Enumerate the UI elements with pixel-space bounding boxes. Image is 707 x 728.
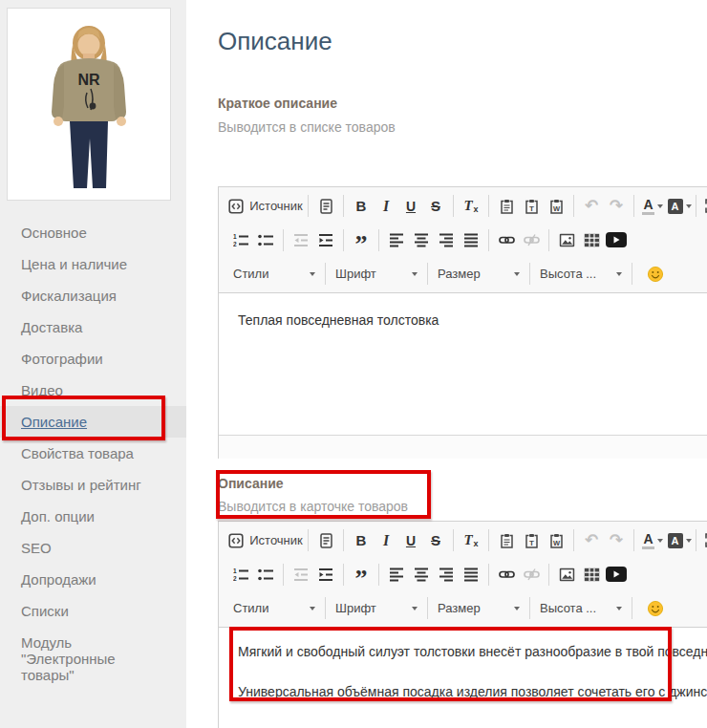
toolbar-separator (427, 597, 428, 619)
short-description-textarea[interactable]: Теплая повседневная толстовка (219, 293, 707, 435)
source-button[interactable]: Источник (229, 528, 302, 552)
background-color-button[interactable]: A (667, 528, 692, 552)
sidebar-item-fiscalization[interactable]: Фискализация (0, 280, 186, 311)
paste-from-word-icon[interactable]: W (545, 194, 568, 218)
chevron-down-icon (686, 539, 692, 543)
toolbar-separator (283, 229, 284, 251)
sidebar-item-reviews[interactable]: Отзывы и рейтинг (0, 469, 186, 501)
font-dropdown[interactable]: Шрифт (331, 267, 422, 281)
chevron-down-icon (310, 272, 315, 276)
justify-icon[interactable] (460, 563, 482, 587)
chevron-down-icon (514, 607, 520, 610)
strikethrough-button[interactable]: S (424, 528, 447, 552)
templates-icon[interactable] (314, 194, 337, 218)
sidebar-item-main[interactable]: Основное (0, 217, 186, 248)
unlink-icon[interactable] (520, 228, 543, 252)
redo-icon[interactable]: ↷ (605, 528, 628, 552)
align-center-icon[interactable] (410, 228, 433, 252)
size-dropdown[interactable]: Размер (433, 267, 525, 281)
toolbar-separator (548, 564, 549, 586)
sidebar-item-price[interactable]: Цена и наличие (0, 248, 186, 280)
blockquote-icon[interactable]: ” (350, 228, 373, 252)
italic-button[interactable]: I (375, 194, 397, 218)
outdent-icon[interactable] (289, 228, 312, 252)
font-dropdown[interactable]: Шрифт (331, 601, 422, 615)
sidebar-item-delivery[interactable]: Доставка (0, 311, 186, 343)
undo-icon[interactable]: ↶ (580, 194, 603, 218)
bold-button[interactable]: B (350, 528, 373, 552)
maximize-icon[interactable] (700, 528, 707, 552)
toolbar-separator (488, 564, 489, 586)
outdent-icon[interactable] (289, 563, 312, 587)
youtube-icon[interactable] (605, 563, 628, 587)
sidebar-item-lists[interactable]: Списки (0, 595, 186, 627)
unlink-icon[interactable] (520, 563, 543, 587)
link-icon[interactable] (495, 228, 518, 252)
image-icon[interactable] (555, 228, 578, 252)
product-photo[interactable]: NR (7, 8, 171, 201)
svg-text:W: W (552, 538, 560, 546)
remove-format-button[interactable]: Tx (460, 528, 482, 552)
align-center-icon[interactable] (410, 563, 433, 587)
sidebar-item-seo[interactable]: SEO (0, 532, 186, 564)
paste-as-text-icon[interactable]: T (520, 528, 543, 552)
toolbar-separator (343, 195, 344, 217)
bold-button[interactable]: B (350, 194, 373, 218)
text-color-button[interactable]: A (640, 194, 665, 218)
paste-from-word-icon[interactable]: W (545, 528, 568, 552)
source-button[interactable]: Источник (229, 194, 302, 218)
full-description-textarea[interactable]: Мягкий и свободный силуэт толстовки внес… (219, 628, 707, 728)
sidebar-item-description[interactable]: Описание (0, 406, 186, 438)
styles-dropdown[interactable]: Стили (228, 267, 320, 281)
link-icon[interactable] (495, 563, 518, 587)
templates-icon[interactable] (314, 528, 337, 552)
size-dropdown[interactable]: Размер (433, 601, 525, 615)
indent-icon[interactable] (314, 563, 337, 587)
italic-button[interactable]: I (375, 528, 397, 552)
paste-icon[interactable] (495, 194, 518, 218)
justify-icon[interactable] (460, 228, 482, 252)
sidebar-item-video[interactable]: Видео (0, 375, 186, 406)
toolbar-separator (325, 597, 326, 619)
align-right-icon[interactable] (435, 228, 458, 252)
sidebar-item-digital-goods-module[interactable]: Модуль "Электронные товары" (0, 627, 186, 691)
bulleted-list-icon[interactable] (254, 228, 277, 252)
blockquote-icon[interactable]: ” (350, 563, 373, 587)
styles-dropdown[interactable]: Стили (228, 601, 320, 615)
paste-as-text-icon[interactable]: T (520, 194, 543, 218)
underline-button[interactable]: U (399, 528, 422, 552)
background-color-button[interactable]: A (667, 194, 692, 218)
numbered-list-icon[interactable]: 12 (229, 228, 252, 252)
maximize-icon[interactable] (700, 194, 707, 218)
align-right-icon[interactable] (435, 563, 458, 587)
align-left-icon[interactable] (385, 563, 408, 587)
underline-button[interactable]: U (399, 194, 422, 218)
sidebar-item-extra-options[interactable]: Доп. опции (0, 501, 186, 532)
line-height-dropdown[interactable]: Высота ... (535, 267, 627, 281)
undo-icon[interactable]: ↶ (580, 528, 603, 552)
youtube-icon[interactable] (605, 228, 628, 252)
table-icon[interactable] (580, 228, 603, 252)
chevron-down-icon (657, 204, 663, 208)
sidebar-item-upsell[interactable]: Допродажи (0, 564, 186, 595)
text-color-button[interactable]: A (640, 528, 665, 552)
sidebar-item-properties[interactable]: Свойства товара (0, 438, 186, 469)
strikethrough-button[interactable]: S (424, 194, 447, 218)
line-height-dropdown[interactable]: Высота ... (535, 601, 627, 615)
numbered-list-icon[interactable]: 12 (229, 563, 252, 587)
indent-icon[interactable] (314, 228, 337, 252)
image-icon[interactable] (555, 563, 578, 587)
bulleted-list-icon[interactable] (254, 563, 277, 587)
align-left-icon[interactable] (385, 228, 408, 252)
redo-icon[interactable]: ↷ (605, 194, 628, 218)
remove-format-button[interactable]: Tx (460, 194, 482, 218)
toolbar-separator (308, 195, 309, 217)
sidebar-item-photos[interactable]: Фотографии (0, 343, 186, 375)
svg-text:2: 2 (233, 241, 237, 247)
smiley-icon[interactable] (644, 596, 667, 620)
toolbar-separator (488, 195, 489, 217)
paste-icon[interactable] (495, 528, 518, 552)
smiley-icon[interactable] (644, 262, 667, 286)
table-icon[interactable] (580, 563, 603, 587)
toolbar-separator (453, 195, 454, 217)
